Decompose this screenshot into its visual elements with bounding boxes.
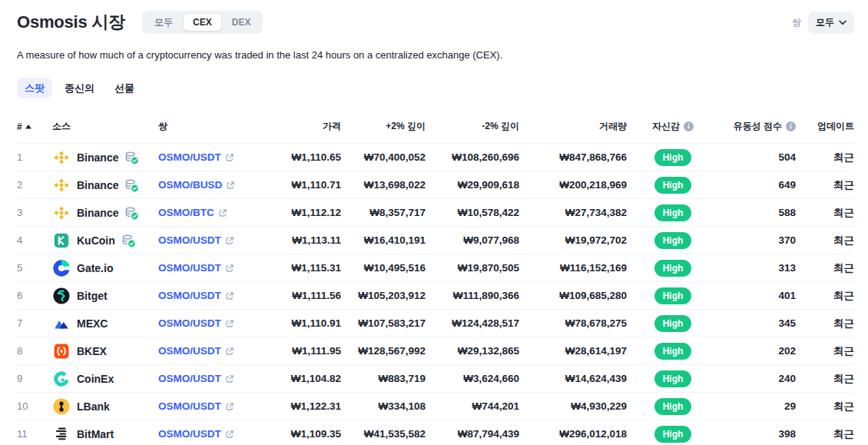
pair-link[interactable]: OSMO/USDT: [158, 234, 234, 246]
pair-filter-dropdown[interactable]: 모두: [808, 12, 854, 34]
exchange-logo-slot: [52, 176, 71, 194]
source-cell: Binance: [52, 144, 158, 171]
liquidity-cell: 313: [713, 254, 802, 282]
exchange-name-link[interactable]: KuCoin: [77, 234, 115, 247]
price-cell: ₩1,110.65: [266, 144, 347, 171]
rank-cell: 5: [17, 254, 52, 282]
column-header-depth-minus2[interactable]: -2% 깊이: [432, 112, 525, 144]
pair-link[interactable]: OSMO/USDT: [158, 345, 234, 357]
source-cell: Gate.io: [52, 254, 158, 282]
pair-link[interactable]: OSMO/BUSD: [158, 179, 235, 191]
pair-link[interactable]: OSMO/USDT: [158, 428, 234, 440]
volume-cell: ₩19,972,702: [525, 227, 633, 254]
column-header-source[interactable]: 소스: [52, 112, 158, 144]
exchange-name-link[interactable]: Bitget: [77, 290, 108, 302]
pair-link[interactable]: OSMO/BTC: [158, 207, 227, 218]
info-icon[interactable]: [786, 121, 796, 131]
confidence-cell: High: [633, 310, 713, 337]
exchange-name-link[interactable]: Binance: [77, 179, 118, 191]
confidence-badge: High: [654, 232, 692, 249]
column-header-volume[interactable]: 거래량: [525, 112, 633, 144]
reserves-data-icon[interactable]: [121, 234, 136, 247]
column-header-price[interactable]: 가격: [266, 112, 347, 144]
reserves-data-icon[interactable]: [124, 206, 139, 220]
binance-logo-icon: [52, 176, 71, 194]
market-table-row: 11 BitMart OSMO/USDT ₩1,109.35 ₩41,535,5…: [17, 420, 854, 445]
exchange-name-link[interactable]: BitMart: [77, 428, 114, 440]
scope-option-all[interactable]: 모두: [145, 14, 182, 31]
exchange-name-link[interactable]: CoinEx: [77, 373, 114, 385]
exchange-name-link[interactable]: Binance: [77, 151, 118, 164]
reserves-data-icon[interactable]: [124, 178, 139, 192]
confidence-badge: High: [654, 287, 692, 304]
pair-link[interactable]: OSMO/USDT: [158, 373, 234, 384]
rank-cell: 3: [17, 199, 52, 227]
pair-label: OSMO/USDT: [158, 151, 221, 163]
pair-cell: OSMO/USDT: [158, 420, 266, 445]
volume-cell: ₩847,868,766: [525, 144, 633, 171]
column-header-updated[interactable]: 업데이트: [802, 112, 854, 144]
depth-plus2-cell: ₩10,495,516: [347, 254, 432, 282]
reserves-data-icon[interactable]: [124, 151, 139, 164]
sort-ascending-icon: [25, 125, 31, 129]
exchange-logo-slot: [52, 259, 71, 277]
page-header: Osmosis 시장 모두 CEX DEX 쌍 모두: [17, 11, 854, 34]
market-table-row: 3 Binance OSMO/BTC: [17, 199, 854, 227]
exchange-name-link[interactable]: Binance: [77, 207, 118, 219]
market-table-row: 6 Bitget OSMO/USDT ₩1,111.56 ₩105,203,91…: [17, 282, 854, 310]
exchange-name-link[interactable]: LBank: [77, 400, 110, 413]
exchange-name-link[interactable]: BKEX: [77, 345, 107, 357]
pair-link[interactable]: OSMO/USDT: [158, 262, 234, 274]
exchange-name-link[interactable]: Gate.io: [77, 262, 113, 274]
bitmart-logo-icon: [52, 425, 71, 443]
external-link-icon: [226, 181, 235, 190]
confidence-cell: High: [633, 365, 713, 393]
volume-cell: ₩116,152,169: [525, 254, 633, 282]
tab-futures[interactable]: 선물: [107, 78, 142, 98]
confidence-cell: High: [633, 282, 713, 310]
column-header-confidence[interactable]: 자신감: [633, 112, 713, 144]
price-cell: ₩1,110.71: [266, 171, 347, 199]
liquidity-cell: 29: [713, 393, 802, 420]
pair-link[interactable]: OSMO/USDT: [158, 151, 234, 163]
market-table-row: 2 Binance OSMO/BUSD: [17, 171, 854, 199]
exchange-scope-segmented-control: 모두 CEX DEX: [142, 11, 263, 34]
column-header-liquidity[interactable]: 유동성 점수: [713, 112, 802, 144]
liquidity-cell: 202: [713, 337, 802, 365]
bkex-logo-icon: [52, 342, 71, 360]
scope-option-cex[interactable]: CEX: [184, 14, 221, 31]
pair-link[interactable]: OSMO/USDT: [158, 317, 234, 329]
info-icon[interactable]: [684, 121, 694, 131]
updated-cell: 최근: [802, 227, 854, 254]
external-link-icon: [225, 374, 234, 384]
external-link-icon: [225, 264, 234, 273]
confidence-header-label: 자신감: [652, 120, 680, 133]
updated-cell: 최근: [802, 199, 854, 227]
scope-option-dex[interactable]: DEX: [223, 14, 260, 31]
updated-cell: 최근: [802, 310, 854, 337]
column-header-rank[interactable]: #: [17, 112, 52, 144]
price-cell: ₩1,115.31: [266, 254, 347, 282]
tab-perpetual[interactable]: 종신의: [57, 78, 102, 98]
pair-link[interactable]: OSMO/USDT: [158, 290, 234, 301]
column-header-depth-plus2[interactable]: +2% 깊이: [347, 112, 432, 144]
depth-plus2-cell: ₩16,410,191: [347, 227, 432, 254]
depth-minus2-cell: ₩19,870,505: [432, 254, 525, 282]
pair-link[interactable]: OSMO/USDT: [158, 400, 234, 412]
confidence-cell: High: [633, 420, 713, 445]
external-link-icon: [225, 291, 234, 301]
exchange-logo-slot: [52, 287, 71, 305]
market-table-row: 5 Gate.io OSMO/USDT ₩1,115.31 ₩10,495,51…: [17, 254, 854, 282]
confidence-cell: High: [633, 337, 713, 365]
pair-label: OSMO/USDT: [158, 317, 221, 329]
tab-spot[interactable]: 스팟: [17, 78, 52, 98]
column-header-pair[interactable]: 쌍: [158, 112, 266, 144]
liquidity-cell: 588: [713, 199, 802, 227]
volume-cell: ₩78,678,275: [525, 310, 633, 337]
depth-minus2-cell: ₩9,077,968: [432, 227, 525, 254]
kucoin-logo-icon: [52, 231, 71, 250]
exchange-name-link[interactable]: MEXC: [77, 317, 108, 330]
price-cell: ₩1,109.35: [266, 420, 347, 445]
pair-cell: OSMO/USDT: [158, 227, 266, 254]
external-link-icon: [225, 236, 234, 245]
